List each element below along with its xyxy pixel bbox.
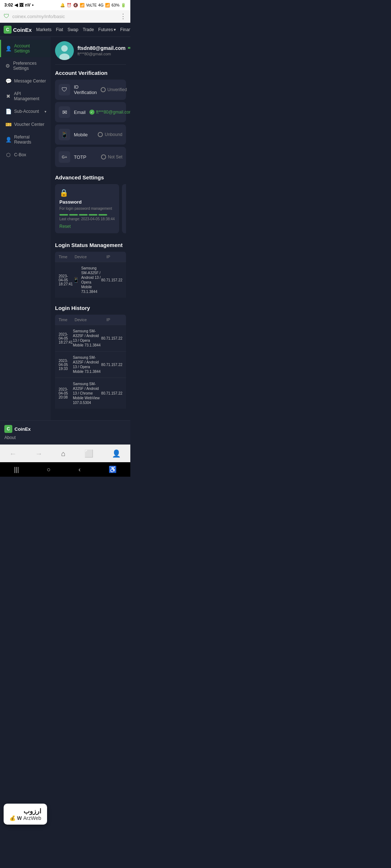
sub-account-icon: 📄 — [5, 109, 11, 114]
account-verification-section: Account Verification 🛡 ID Verification U… — [55, 70, 126, 167]
verif-status-totp: Not Set — [101, 154, 122, 159]
password-icon: 🔒 — [59, 188, 115, 197]
mobile-verification-icon: 📱 — [59, 129, 70, 140]
strength-bar-4 — [89, 214, 97, 216]
main-layout: 👤 Account Settings ⚙ Preferences Setting… — [0, 37, 130, 420]
edit-email-icon[interactable]: ✏ — [128, 46, 130, 51]
nav-item-swap[interactable]: Swap — [67, 27, 78, 32]
avatar — [55, 41, 74, 60]
password-reset-button[interactable]: Reset — [59, 224, 115, 229]
verification-title: Account Verification — [55, 70, 126, 76]
login-history-title: Login History — [55, 305, 126, 311]
sidebar-item-api-management[interactable]: ✖ API Management — [0, 88, 51, 105]
login-status-table-header: Time Device IP — [55, 252, 126, 262]
profile-masked-email: ft***80@gmail.com — [77, 52, 130, 56]
url-bar[interactable]: coinex.com/my/info/basic — [12, 14, 117, 19]
verif-status-mobile: Unbound — [98, 132, 122, 137]
voucher-icon: 🎫 — [5, 122, 11, 127]
footer-logo-icon: C — [4, 425, 12, 433]
history-device-1: Samsung SM-A325F / Android 13 / Opera Mo… — [73, 329, 101, 348]
verif-status-email: ✓ ft***80@gmail.com — [89, 110, 130, 115]
strength-bar-5 — [98, 214, 107, 216]
browser-menu-button[interactable]: ⋮ — [120, 12, 127, 20]
device-icon: 📱 — [73, 277, 79, 283]
android-recents-button[interactable]: ||| — [14, 466, 19, 473]
verif-label-mobile: Mobile — [74, 132, 94, 137]
status-bar: 3:02 ◀ 🖼 nV • 🔔 ⏰ 🔇 📶 VoLTE 4G 📶 63% 🔋 — [0, 0, 130, 10]
login-status-title: Login Status Management — [55, 242, 126, 248]
cbox-icon: ⬡ — [5, 152, 11, 158]
message-icon: 💬 — [5, 78, 11, 84]
verif-label-totp: TOTP — [74, 154, 97, 160]
anti-phishing-card[interactable]: 🛡 Anti-Phishing Code For Email verificat… — [122, 184, 126, 233]
verif-status-text-email: ft***80@gmail.com — [96, 110, 130, 115]
verif-status-text-totp: Not Set — [108, 154, 122, 159]
nav-item-trade[interactable]: Trade — [83, 27, 94, 32]
email-verification-icon: ✉ — [59, 106, 70, 118]
profile-button[interactable]: 👤 — [108, 448, 125, 459]
svg-point-1 — [61, 45, 68, 52]
password-card[interactable]: 🔒 Password For login password management… — [55, 184, 119, 233]
footer-about-link[interactable]: About — [4, 435, 126, 440]
sidebar-item-account-settings[interactable]: 👤 Account Settings — [0, 40, 51, 57]
forward-button[interactable]: → — [31, 448, 47, 459]
sidebar-item-message-center[interactable]: 💬 Message Center — [0, 75, 51, 88]
status-dot-email: ✓ — [89, 110, 94, 115]
strength-bar-1 — [59, 214, 68, 216]
verif-item-mobile[interactable]: 📱 Mobile Unbound — [55, 124, 126, 145]
tabs-button[interactable]: ⬜ — [80, 448, 98, 459]
profile-section: ftsdn80@gmail.com ✏ ft***80@gmail.com — [55, 41, 126, 65]
sidebar-item-voucher-center[interactable]: 🎫 Voucher Center — [0, 118, 51, 131]
verif-status-text-mobile: Unbound — [105, 132, 122, 137]
android-back-button[interactable]: ‹ — [79, 466, 81, 473]
login-history-row-3: 2023-04-05 20:08 Samsung SM-A325F / Andr… — [55, 378, 126, 409]
status-time: 3:02 ◀ 🖼 nV • — [4, 3, 34, 8]
history-device-3: Samsung SM-A325F / Android 13 / Chrome M… — [73, 382, 101, 405]
status-dot-mobile — [98, 132, 103, 137]
advanced-settings-section: Advanced Settings 🔒 Password For login p… — [55, 174, 126, 235]
sidebar-item-preferences-settings[interactable]: ⚙ Preferences Settings — [0, 57, 51, 75]
back-button[interactable]: ← — [5, 448, 21, 459]
account-settings-icon: 👤 — [5, 46, 11, 51]
strength-bar-2 — [69, 214, 78, 216]
nav-item-fiat[interactable]: Fiat — [56, 27, 63, 32]
verif-status-text-id: Unverified — [108, 87, 127, 92]
top-navigation: C CoinEx Markets Fiat Swap Trade Futures… — [0, 23, 130, 37]
main-content: ftsdn80@gmail.com ✏ ft***80@gmail.com Ac… — [51, 37, 130, 420]
verif-status-id: Unverified — [101, 87, 127, 92]
browser-bar: 🛡 coinex.com/my/info/basic ⋮ — [0, 10, 130, 23]
footer-logo: C CoinEx — [4, 425, 126, 433]
verif-label-id: ID Verification — [74, 84, 97, 95]
login-history-table-header: Time Device IP — [55, 315, 126, 325]
home-button[interactable]: ⌂ — [57, 448, 70, 459]
advanced-cards-row: 🔒 Password For login password management… — [55, 184, 126, 235]
referral-icon: 👤 — [5, 137, 11, 142]
login-history-section: Login History Time Device IP 2023-04-05 … — [55, 305, 126, 409]
sidebar-item-c-box[interactable]: ⬡ C-Box — [0, 148, 51, 161]
browser-navigation-bar: ← → ⌂ ⬜ 👤 — [0, 444, 130, 462]
verif-item-id[interactable]: 🛡 ID Verification Unverified — [55, 80, 126, 100]
android-accessibility-button[interactable]: ♿ — [109, 465, 117, 473]
sidebar-item-sub-account[interactable]: 📄 Sub-Account ▾ — [0, 105, 51, 118]
profile-email: ftsdn80@gmail.com ✏ — [77, 45, 130, 51]
status-dot-id — [101, 87, 106, 92]
password-desc: For login password management — [59, 206, 115, 211]
verif-item-email[interactable]: ✉ Email ✓ ft***80@gmail.com — [55, 102, 126, 122]
logo[interactable]: C CoinEx — [4, 26, 32, 34]
id-verification-icon: 🛡 — [59, 84, 70, 95]
login-status-row: 2023-04-05 18:27:41 📱 Samsung SM-A325F /… — [55, 262, 126, 298]
password-title: Password — [59, 199, 115, 205]
nav-item-finance[interactable]: Finance ▾ — [120, 27, 130, 32]
android-home-button[interactable]: ○ — [47, 466, 51, 473]
security-icon: 🛡 — [4, 13, 9, 20]
login-history-row-1: 2023-04-05 18:27:41 Samsung SM-A325F / A… — [55, 325, 126, 351]
nav-item-markets[interactable]: Markets — [36, 27, 52, 32]
status-dot-totp — [101, 154, 106, 159]
login-history-row-2: 2023-04-05 19:33 Samsung SM-A325F / Andr… — [55, 351, 126, 378]
history-device-2: Samsung SM-A325F / Android 13 / Opera Mo… — [73, 355, 101, 374]
sidebar-item-referral-rewards[interactable]: 👤 Referral Rewards — [0, 131, 51, 148]
password-strength — [59, 214, 115, 216]
verif-item-totp[interactable]: G+ TOTP Not Set — [55, 147, 126, 167]
nav-item-futures[interactable]: Futures ▾ — [98, 27, 116, 32]
api-icon: ✖ — [5, 93, 11, 99]
